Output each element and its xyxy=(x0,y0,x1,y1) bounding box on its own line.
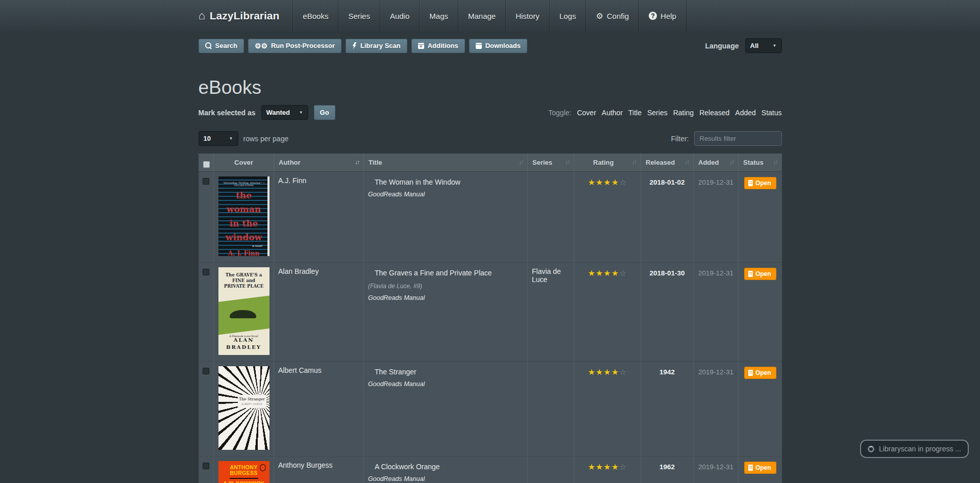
star-icon[interactable]: ★ xyxy=(611,269,619,277)
sort-icon[interactable]: ↓↑ xyxy=(684,159,689,166)
author-cell[interactable]: Anthony Burgess xyxy=(274,456,364,483)
go-button[interactable]: Go xyxy=(314,105,335,120)
sort-icon[interactable]: ↓↑ xyxy=(729,159,733,166)
star-icon[interactable]: ☆ xyxy=(619,178,627,187)
series-link[interactable]: Flavia de Luce xyxy=(532,267,561,284)
column-header-cover[interactable]: Cover xyxy=(214,154,274,171)
nav-item-ebooks[interactable]: eBooks xyxy=(292,0,338,32)
series-cell xyxy=(528,361,574,456)
nav-item-mags[interactable]: Mags xyxy=(419,0,458,32)
row-checkbox[interactable] xyxy=(203,178,209,185)
open-button[interactable]: Open xyxy=(744,367,776,379)
column-header-status[interactable]: Status↓↑ xyxy=(739,154,782,171)
star-icon[interactable]: ★ xyxy=(603,269,611,277)
nav-item-series[interactable]: Series xyxy=(338,0,380,32)
nav-item-config[interactable]: ⚙ Config xyxy=(585,0,639,32)
filter-input[interactable] xyxy=(694,131,782,146)
toggle-link-series[interactable]: Series xyxy=(647,109,668,117)
toggle-link-released[interactable]: Released xyxy=(699,109,729,117)
author-link[interactable]: Albert Camus xyxy=(278,366,322,374)
star-icon[interactable]: ☆ xyxy=(619,368,627,376)
brand-home-link[interactable]: ⌂ LazyLibrarian xyxy=(199,0,293,32)
row-checkbox[interactable] xyxy=(203,269,209,275)
star-icon[interactable]: ★ xyxy=(611,463,619,471)
star-rating[interactable]: ★★★★☆ xyxy=(588,463,627,471)
nav-item-history[interactable]: History xyxy=(505,0,549,32)
star-icon[interactable]: ★ xyxy=(611,368,619,376)
open-button[interactable]: Open xyxy=(744,177,776,189)
author-link[interactable]: A.J. Finn xyxy=(278,176,306,185)
status-label: Open xyxy=(755,464,771,471)
author-link[interactable]: Alan Bradley xyxy=(278,267,318,275)
toggle-link-rating[interactable]: Rating xyxy=(673,109,694,117)
book-cover[interactable]: The Stranger ALBERT CAMUS xyxy=(218,366,270,450)
column-header-rating[interactable]: Rating↓↑ xyxy=(574,154,641,171)
nav-item-logs[interactable]: Logs xyxy=(549,0,586,32)
sort-icon[interactable]: ↓↑ xyxy=(355,159,359,166)
column-header-series[interactable]: Series↓↑ xyxy=(528,154,574,171)
sort-icon[interactable]: ↓↑ xyxy=(519,159,523,166)
row-checkbox[interactable] xyxy=(203,463,209,469)
star-icon[interactable]: ★ xyxy=(596,269,603,277)
author-cell[interactable]: Alan Bradley xyxy=(274,262,364,361)
column-header-added[interactable]: Added↓↑ xyxy=(694,154,739,171)
toggle-link-added[interactable]: Added xyxy=(735,109,755,117)
author-link[interactable]: Anthony Burgess xyxy=(278,461,333,469)
title-link[interactable]: The Woman in the Window xyxy=(368,178,523,186)
star-icon[interactable]: ★ xyxy=(588,368,596,376)
star-icon[interactable]: ★ xyxy=(603,178,611,187)
gears-icon: ⚙⚙ xyxy=(255,42,267,49)
column-header-title[interactable]: Title↓↑ xyxy=(364,154,528,171)
library-scan-button[interactable]: Library Scan xyxy=(346,39,407,53)
rating-cell: ★★★★☆ xyxy=(574,361,641,456)
sort-icon[interactable]: ↓↑ xyxy=(773,159,777,166)
open-button[interactable]: Open xyxy=(744,462,776,474)
star-icon[interactable]: ★ xyxy=(603,463,611,471)
run-post-processor-button[interactable]: ⚙⚙ Run Post-Processor xyxy=(248,39,341,53)
nav-label: Config xyxy=(607,12,629,20)
nav-item-help[interactable]: ? Help xyxy=(639,0,687,32)
author-cell[interactable]: A.J. Finn xyxy=(274,171,364,262)
toggle-link-status[interactable]: Status xyxy=(762,109,782,117)
nav-item-manage[interactable]: Manage xyxy=(458,0,505,32)
mark-selected-select[interactable]: Wanted ▼ xyxy=(261,105,308,120)
sort-icon[interactable]: ↓↑ xyxy=(632,159,636,166)
star-rating[interactable]: ★★★★☆ xyxy=(588,368,627,376)
star-icon[interactable]: ★ xyxy=(596,368,603,376)
title-link[interactable]: A Clockwork Orange xyxy=(368,463,523,471)
title-link[interactable]: The Stranger xyxy=(368,368,523,376)
star-icon[interactable]: ☆ xyxy=(619,463,627,471)
additions-button[interactable]: Additions xyxy=(411,39,465,53)
sort-icon[interactable]: ↓↑ xyxy=(565,159,569,166)
column-header-author[interactable]: Author↓↑ xyxy=(274,154,364,171)
book-cover[interactable]: The GRAVE'S a FINE and PRIVATE PLACE A F… xyxy=(218,267,270,355)
toggle-link-title[interactable]: Title xyxy=(628,109,642,117)
author-cell[interactable]: Albert Camus xyxy=(274,361,364,456)
star-icon[interactable]: ☆ xyxy=(619,269,627,277)
star-rating[interactable]: ★★★★☆ xyxy=(588,269,627,277)
star-icon[interactable]: ★ xyxy=(588,269,596,277)
star-rating[interactable]: ★★★★☆ xyxy=(588,179,627,187)
star-icon[interactable]: ★ xyxy=(588,463,596,471)
star-icon[interactable]: ★ xyxy=(596,463,603,471)
star-icon[interactable]: ★ xyxy=(603,368,611,376)
row-checkbox[interactable] xyxy=(203,368,209,374)
book-cover[interactable]: "Astounding. Thrilling. Amazing." —GILLI… xyxy=(218,176,270,256)
nav-item-audio[interactable]: Audio xyxy=(380,0,419,32)
column-header-released[interactable]: Released↓↑ xyxy=(641,154,694,171)
toggle-link-author[interactable]: Author xyxy=(602,109,623,117)
star-icon[interactable]: ★ xyxy=(611,178,619,187)
status-label: Open xyxy=(755,180,771,187)
star-icon[interactable]: ★ xyxy=(588,178,596,187)
search-button[interactable]: Search xyxy=(199,39,244,53)
language-select[interactable]: All ▼ xyxy=(745,38,782,53)
rows-per-page-select[interactable]: 10 ▼ xyxy=(199,131,238,146)
open-button[interactable]: Open xyxy=(744,268,776,280)
toggle-link-cover[interactable]: Cover xyxy=(577,109,596,117)
nav-label: eBooks xyxy=(303,12,328,20)
select-all-checkbox[interactable] xyxy=(203,161,210,168)
downloads-button[interactable]: Downloads xyxy=(469,39,527,53)
title-link[interactable]: The Graves a Fine and Private Place xyxy=(368,269,523,277)
book-cover[interactable]: ANTHONY BURGESS A CLOCKWORK ORANGE xyxy=(218,461,270,483)
star-icon[interactable]: ★ xyxy=(596,178,603,187)
